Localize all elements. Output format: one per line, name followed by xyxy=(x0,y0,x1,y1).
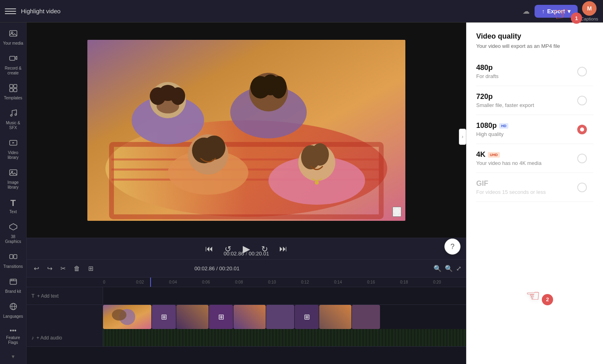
clip-9[interactable] xyxy=(352,305,380,329)
skip-to-start-button[interactable]: ⏮ xyxy=(204,243,215,255)
sidebar-item-label-graphics: 38 Graphics xyxy=(3,234,24,244)
music-sfx-icon xyxy=(9,109,18,119)
quality-1080p-desc: High quality xyxy=(476,131,593,137)
clip-8[interactable] xyxy=(319,305,351,329)
sidebar-item-label-record-create: Record & create xyxy=(5,66,22,76)
clip-7[interactable]: ⊞ xyxy=(295,305,319,329)
quality-4k-radio[interactable] xyxy=(577,154,587,163)
export-label: Export xyxy=(547,8,565,14)
avatar[interactable]: M xyxy=(582,1,597,16)
sidebar-item-text[interactable]: T Text xyxy=(1,195,25,218)
quality-720p-desc: Smaller file, faster export xyxy=(476,102,593,108)
text-track-add-button[interactable]: + Add text xyxy=(37,293,59,299)
sidebar-item-music-sfx[interactable]: Music & SFX xyxy=(1,105,25,134)
audio-track-add-button[interactable]: + Add audio xyxy=(37,335,62,341)
quality-option-1080p[interactable]: 1080p HD High quality xyxy=(476,115,593,144)
quality-panel-title: Video quality xyxy=(476,32,593,41)
delete-button[interactable]: 🗑 xyxy=(71,263,83,274)
video-frame: ⛶ xyxy=(87,40,405,221)
brand-kit-icon xyxy=(9,277,18,288)
audio-icon: ♪ xyxy=(31,335,34,341)
quality-option-gif[interactable]: GIF For videos 15 seconds or less xyxy=(476,173,593,202)
skip-to-end-button[interactable]: ⏭ xyxy=(278,243,289,255)
video-preview: ⛶ xyxy=(27,23,466,238)
quality-4k-desc: Your video has no 4K media xyxy=(476,160,593,166)
sidebar-item-video-library[interactable]: Video library xyxy=(1,135,25,163)
sidebar-item-label-music-sfx: Music & SFX xyxy=(3,121,24,130)
svg-rect-5 xyxy=(10,88,13,92)
audio-track-label: ♪ + Add audio xyxy=(27,329,103,346)
text-track-label: T + Add text xyxy=(27,287,103,304)
video-controls: ⏮ ↺ ▶ ↻ ⏭ 00:02.86 / 00:20.01 xyxy=(27,238,466,259)
quality-option-480p[interactable]: 480p For drafts xyxy=(476,57,593,86)
svg-point-45 xyxy=(315,181,319,185)
quality-1080p-radio[interactable] xyxy=(577,125,587,134)
svg-point-44 xyxy=(311,143,329,166)
quality-720p-radio[interactable] xyxy=(577,96,587,105)
languages-icon xyxy=(9,302,18,313)
sidebar-item-record-create[interactable]: Record & create xyxy=(1,51,25,79)
svg-rect-3 xyxy=(10,84,13,88)
sidebar-item-transitions[interactable]: Transitions xyxy=(1,249,25,272)
clip-1[interactable] xyxy=(103,305,151,329)
text-icon: T xyxy=(10,198,16,208)
clip-3[interactable] xyxy=(176,305,209,329)
quality-480p-radio[interactable] xyxy=(577,67,587,76)
quality-480p-desc: For drafts xyxy=(476,73,593,79)
timecode-total: 00:20.01 xyxy=(249,251,269,257)
help-button[interactable]: ? xyxy=(444,239,461,255)
svg-point-17 xyxy=(13,280,14,280)
center-area: ⛶ ⏮ ↺ ▶ ↻ ⏭ 00:02.86 / 00:20.01 ↩ ↪ ✂ 🗑 xyxy=(27,23,466,364)
sidebar-scroll-down[interactable]: ▾ xyxy=(8,350,18,363)
quality-1080p-label: 1080p HD xyxy=(476,121,593,130)
sidebar-item-label-feature-flags: Feature Flags xyxy=(3,335,24,345)
cloud-sync-icon: ☁ xyxy=(522,7,530,16)
clip-2[interactable]: ⊞ xyxy=(152,305,176,329)
menu-button[interactable] xyxy=(5,6,16,17)
zoom-in-button[interactable]: 🔍 xyxy=(445,265,453,272)
sidebar-item-label-your-media: Your media xyxy=(3,41,23,46)
zoom-out-button[interactable]: 🔍 xyxy=(434,265,442,272)
redo-button[interactable]: ↪ xyxy=(45,263,55,274)
export-chevron-icon: ▾ xyxy=(568,8,570,14)
text-track-content[interactable] xyxy=(103,287,466,304)
sidebar-item-image-library[interactable]: Image library xyxy=(1,165,25,193)
timeline-ruler: 0 0:02 0:04 0:06 0:08 0:10 0:12 0:14 0:1… xyxy=(27,278,466,287)
ruler-mark-20: 0:20 xyxy=(433,280,466,284)
sidebar-item-graphics[interactable]: 38 Graphics xyxy=(1,219,25,247)
fullscreen-button[interactable]: ⛶ xyxy=(392,207,401,217)
ruler-marks: 0 0:02 0:04 0:06 0:08 0:10 0:12 0:14 0:1… xyxy=(103,280,466,284)
graphics-icon xyxy=(9,222,18,233)
quality-gif-radio[interactable] xyxy=(577,183,587,192)
video-clips-content[interactable]: ⊞ ⊞ ⊞ xyxy=(103,305,466,329)
audio-track-content[interactable] xyxy=(103,329,466,346)
quality-option-720p[interactable]: 720p Smaller file, faster export xyxy=(476,86,593,115)
ruler-mark-4: 0:04 xyxy=(169,280,202,284)
fit-to-window-button[interactable]: ⤢ xyxy=(456,265,461,272)
clip-6[interactable] xyxy=(266,305,294,329)
svg-point-7 xyxy=(10,115,12,116)
sidebar-item-languages[interactable]: Languages xyxy=(1,299,25,322)
undo-button[interactable]: ↩ xyxy=(31,263,41,274)
add-to-timeline-button[interactable]: ⊞ xyxy=(86,263,96,274)
sidebar-item-your-media[interactable]: Your media xyxy=(1,26,25,49)
ruler-mark-0: 0 xyxy=(103,280,136,284)
timecode-current: 00:02.86 xyxy=(224,251,244,257)
svg-rect-13 xyxy=(10,255,13,259)
topbar: Highlight video ☁ ↑ Export ▾ M Captions xyxy=(0,0,603,23)
export-button[interactable]: ↑ Export ▾ xyxy=(535,5,577,18)
clip-5[interactable] xyxy=(233,305,266,329)
panel-collapse-button[interactable]: › xyxy=(459,129,466,145)
svg-rect-14 xyxy=(14,255,17,259)
hd-badge: HD xyxy=(499,123,508,129)
sidebar-item-templates[interactable]: Templates xyxy=(1,80,25,104)
cut-button[interactable]: ✂ xyxy=(58,263,68,274)
video-library-icon xyxy=(9,138,18,149)
sidebar-item-feature-flags[interactable]: ••• Feature Flags xyxy=(1,324,25,348)
quality-options-container: Video quality Your video will export as … xyxy=(467,23,603,364)
quality-option-4k[interactable]: 4K UHD Your video has no 4K media xyxy=(476,144,593,173)
sidebar-item-brand-kit[interactable]: Brand kit xyxy=(1,274,25,297)
quality-panel-subtitle: Your video will export as an MP4 file xyxy=(476,43,593,49)
ruler-mark-8: 0:08 xyxy=(235,280,268,284)
clip-4[interactable]: ⊞ xyxy=(209,305,233,329)
